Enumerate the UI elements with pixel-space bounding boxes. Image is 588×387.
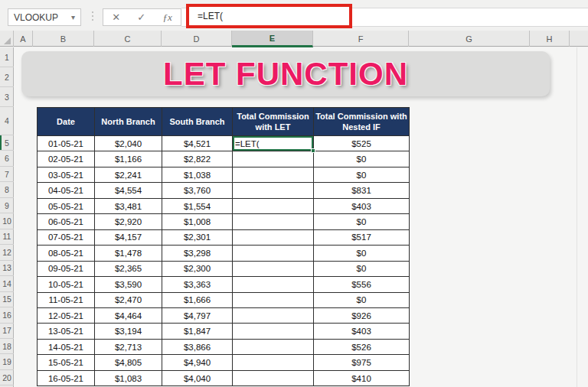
row-header-11[interactable]: 11: [0, 229, 14, 245]
cell[interactable]: $4,464: [95, 308, 162, 324]
cell[interactable]: $0: [314, 167, 410, 183]
cell[interactable]: $4,157: [95, 230, 162, 246]
cell[interactable]: [233, 262, 314, 277]
cell[interactable]: 01-05-21: [38, 136, 95, 151]
cell[interactable]: $0: [314, 262, 410, 277]
cell[interactable]: $526: [314, 340, 410, 355]
row-header-7[interactable]: 7: [0, 167, 14, 182]
row-header-13[interactable]: 13: [0, 261, 14, 276]
row-header-5[interactable]: 5: [0, 135, 14, 151]
cell[interactable]: 10-05-21: [38, 277, 95, 292]
column-header-E[interactable]: E: [232, 31, 313, 47]
cell[interactable]: 15-05-21: [38, 355, 95, 370]
cell[interactable]: $0: [314, 151, 410, 167]
row-header-8[interactable]: 8: [0, 182, 14, 197]
select-all-button[interactable]: [0, 31, 14, 47]
row-header-14[interactable]: 14: [0, 276, 14, 291]
cell[interactable]: $1,666: [162, 293, 233, 308]
active-cell[interactable]: =LET(: [233, 136, 314, 151]
cell[interactable]: 11-05-21: [38, 293, 95, 308]
cell[interactable]: [233, 308, 314, 324]
cell[interactable]: [233, 167, 314, 183]
column-header-B[interactable]: B: [33, 31, 94, 47]
row-header-3[interactable]: 3: [0, 87, 14, 107]
cancel-icon[interactable]: ✕: [112, 11, 120, 23]
row-header-2[interactable]: 2: [0, 67, 14, 87]
cell[interactable]: $403: [314, 324, 410, 339]
name-box[interactable]: VLOOKUP ▾: [8, 8, 81, 26]
cell[interactable]: [233, 151, 314, 167]
cell[interactable]: $556: [314, 277, 410, 292]
cell[interactable]: $0: [314, 246, 410, 261]
cell[interactable]: $831: [314, 183, 410, 198]
enter-icon[interactable]: ✓: [137, 11, 145, 23]
cell[interactable]: $4,940: [162, 355, 233, 370]
cell[interactable]: 13-05-21: [38, 324, 95, 339]
cell[interactable]: $410: [314, 371, 410, 386]
cell[interactable]: $0: [314, 293, 410, 308]
cell[interactable]: $1,554: [162, 199, 233, 214]
cell[interactable]: $3,760: [162, 183, 233, 198]
cell[interactable]: $2,241: [95, 167, 162, 183]
cell[interactable]: $517: [314, 230, 410, 246]
row-header-18[interactable]: 18: [0, 339, 14, 354]
cell[interactable]: $3,363: [162, 277, 233, 292]
cell[interactable]: $926: [314, 308, 410, 324]
cell[interactable]: $4,554: [95, 183, 162, 198]
cell[interactable]: 12-05-21: [38, 308, 95, 324]
cell[interactable]: [233, 277, 314, 292]
cell[interactable]: [233, 183, 314, 198]
cell[interactable]: 03-05-21: [38, 167, 95, 183]
table-header-cell[interactable]: South Branch: [162, 108, 233, 136]
cell[interactable]: $2,470: [95, 293, 162, 308]
cell[interactable]: $4,040: [162, 371, 233, 386]
cell[interactable]: $2,822: [162, 151, 233, 167]
cell[interactable]: $3,298: [162, 246, 233, 261]
cell[interactable]: 04-05-21: [38, 183, 95, 198]
table-header-cell[interactable]: Total Commission with Nested IF: [314, 108, 410, 136]
cell[interactable]: 06-05-21: [38, 214, 95, 229]
table-header-cell[interactable]: North Branch: [95, 108, 162, 136]
cell[interactable]: [233, 324, 314, 339]
row-header-4[interactable]: 4: [0, 107, 14, 135]
fill-handle[interactable]: [311, 148, 315, 153]
cell[interactable]: 05-05-21: [38, 199, 95, 214]
cell[interactable]: $3,194: [95, 324, 162, 339]
cell[interactable]: 16-05-21: [38, 371, 95, 386]
column-header-D[interactable]: D: [162, 31, 232, 47]
insert-function-icon[interactable]: ƒx: [163, 11, 172, 24]
cell[interactable]: $3,866: [162, 340, 233, 355]
cell[interactable]: [233, 355, 314, 370]
cell[interactable]: $3,481: [95, 199, 162, 214]
cell[interactable]: [233, 371, 314, 386]
column-header-C[interactable]: C: [94, 31, 162, 47]
cell[interactable]: $4,797: [162, 308, 233, 324]
cell[interactable]: 09-05-21: [38, 262, 95, 277]
cell[interactable]: [233, 214, 314, 229]
cell[interactable]: $2,301: [162, 230, 233, 246]
row-header-6[interactable]: 6: [0, 151, 14, 166]
cell[interactable]: 14-05-21: [38, 340, 95, 355]
row-header-16[interactable]: 16: [0, 307, 14, 323]
table-header-cell[interactable]: Total Commission with LET: [233, 108, 314, 136]
row-header-20[interactable]: 20: [0, 370, 14, 385]
cell[interactable]: $1,008: [162, 214, 233, 229]
cell[interactable]: $2,040: [95, 136, 162, 151]
cell[interactable]: 07-05-21: [38, 230, 95, 246]
cell[interactable]: $1,083: [95, 371, 162, 386]
cell[interactable]: $2,713: [95, 340, 162, 355]
row-header-12[interactable]: 12: [0, 245, 14, 260]
row-header-17[interactable]: 17: [0, 324, 14, 339]
cell[interactable]: $4,521: [162, 136, 233, 151]
column-header-G[interactable]: G: [409, 31, 530, 47]
chevron-down-icon[interactable]: ▾: [71, 13, 75, 21]
cell[interactable]: [233, 199, 314, 214]
row-header-10[interactable]: 10: [0, 213, 14, 229]
cell[interactable]: $1,847: [162, 324, 233, 339]
row-header-1[interactable]: 1: [0, 47, 14, 67]
cell[interactable]: $1,166: [95, 151, 162, 167]
cell[interactable]: $975: [314, 355, 410, 370]
cell[interactable]: $0: [314, 214, 410, 229]
column-header-F[interactable]: F: [313, 31, 409, 47]
cell[interactable]: 08-05-21: [38, 246, 95, 261]
